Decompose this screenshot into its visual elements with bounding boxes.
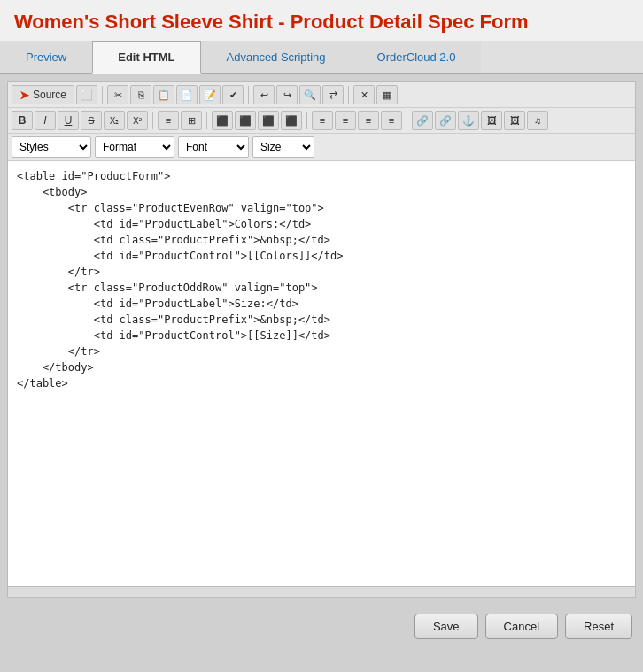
separator-5: [206, 112, 207, 129]
reset-button[interactable]: Reset: [565, 614, 632, 639]
special-button-2[interactable]: ▦: [376, 85, 398, 104]
page-title: Women's Short Sleeve Shirt - Product Det…: [0, 0, 643, 41]
flash-button[interactable]: 🖼: [504, 111, 525, 130]
cut-button[interactable]: ✂: [107, 85, 128, 104]
font-select[interactable]: Font: [178, 136, 249, 158]
undo-group: ↩ ↪ 🔍 ⇄: [253, 85, 344, 104]
link-group: 🔗 🔗 ⚓ 🖼 🖼 ♫: [412, 111, 548, 130]
align-center-button[interactable]: ⬛: [235, 111, 256, 130]
toolbar-row-1: ➤ Source ⬜ ✂ ⎘ 📋 📄 📝 ✔ ↩ ↪ 🔍 ⇄ ✕ ▦: [8, 82, 635, 108]
source-icon: ➤: [19, 89, 29, 102]
list-group: ≡ ≡ ≡ ≡: [312, 111, 402, 130]
indent-increase-button[interactable]: ≡: [381, 111, 402, 130]
paste-text-button[interactable]: 📄: [176, 85, 198, 104]
anchor-button[interactable]: ⚓: [458, 111, 479, 130]
styles-select[interactable]: Styles: [12, 136, 91, 158]
replace-button[interactable]: ⇄: [322, 85, 344, 104]
separator-3: [348, 86, 349, 104]
superscript-button[interactable]: X²: [127, 111, 148, 130]
format-bar: Styles Format Font Size: [8, 134, 635, 161]
special-group: ✕ ▦: [353, 85, 398, 104]
format-group: B I U S X₂ X²: [12, 111, 148, 130]
separator-6: [306, 112, 307, 129]
align-justify-button[interactable]: ⬛: [281, 111, 302, 130]
cancel-button[interactable]: Cancel: [485, 614, 558, 639]
toolbar-row-2: B I U S X₂ X² ≡ ⊞ ⬛ ⬛ ⬛ ⬛ ≡ ≡ ≡ ≡ 🔗 �: [8, 108, 635, 134]
bold-button[interactable]: B: [12, 111, 33, 130]
source-label: Source: [33, 89, 66, 101]
bottom-bar: Save Cancel Reset: [0, 605, 643, 648]
size-select[interactable]: Size: [252, 136, 314, 158]
align-left-button[interactable]: ⬛: [212, 111, 233, 130]
find-button[interactable]: 🔍: [299, 85, 321, 104]
horizontal-scrollbar[interactable]: [8, 586, 635, 597]
separator-7: [407, 112, 407, 129]
format-select[interactable]: Format: [95, 136, 174, 158]
editor-container: ➤ Source ⬜ ✂ ⎘ 📋 📄 📝 ✔ ↩ ↪ 🔍 ⇄ ✕ ▦: [7, 81, 636, 598]
italic-button[interactable]: I: [35, 111, 56, 130]
spellcheck-button[interactable]: ✔: [222, 85, 244, 104]
align-group: ⬛ ⬛ ⬛ ⬛: [212, 111, 302, 130]
ordered-list-button[interactable]: ≡: [335, 111, 356, 130]
table-button[interactable]: ⊞: [181, 111, 202, 130]
save-button[interactable]: Save: [414, 614, 478, 639]
special-button-1[interactable]: ✕: [353, 85, 375, 104]
align-right-button[interactable]: ⬛: [258, 111, 279, 130]
paste-word-button[interactable]: 📝: [199, 85, 221, 104]
list-format-group: ≡ ⊞: [158, 111, 202, 130]
copy-button[interactable]: ⎘: [130, 85, 151, 104]
source-group: ➤ Source ⬜: [12, 85, 97, 104]
redo-button[interactable]: ↪: [276, 85, 298, 104]
tabs-bar: Preview Edit HTML Advanced Scripting Ord…: [0, 41, 643, 74]
paste-button[interactable]: 📋: [153, 85, 174, 104]
tab-edit-html[interactable]: Edit HTML: [92, 41, 200, 74]
code-editor[interactable]: <table id="ProductForm"> <tbody> <tr cla…: [8, 161, 635, 586]
tab-advanced-scripting[interactable]: Advanced Scripting: [201, 41, 352, 73]
media-button[interactable]: ♫: [527, 111, 548, 130]
image-button[interactable]: 🖼: [481, 111, 502, 130]
indent-decrease-button[interactable]: ≡: [358, 111, 379, 130]
list-style-button[interactable]: ≡: [158, 111, 179, 130]
tab-ordercloud[interactable]: OrderCloud 2.0: [352, 41, 482, 73]
tab-preview[interactable]: Preview: [0, 41, 92, 73]
link-button[interactable]: 🔗: [412, 111, 433, 130]
edit-group: ✂ ⎘ 📋 📄 📝 ✔: [107, 85, 244, 104]
subscript-button[interactable]: X₂: [104, 111, 125, 130]
separator-2: [248, 86, 249, 104]
strikethrough-button[interactable]: S: [81, 111, 102, 130]
separator-4: [152, 112, 153, 129]
source-button[interactable]: ➤ Source: [12, 85, 74, 104]
template-button[interactable]: ⬜: [76, 85, 97, 104]
separator-1: [102, 86, 103, 104]
unordered-list-button[interactable]: ≡: [312, 111, 333, 130]
undo-button[interactable]: ↩: [253, 85, 275, 104]
underline-button[interactable]: U: [58, 111, 79, 130]
unlink-button[interactable]: 🔗: [435, 111, 456, 130]
